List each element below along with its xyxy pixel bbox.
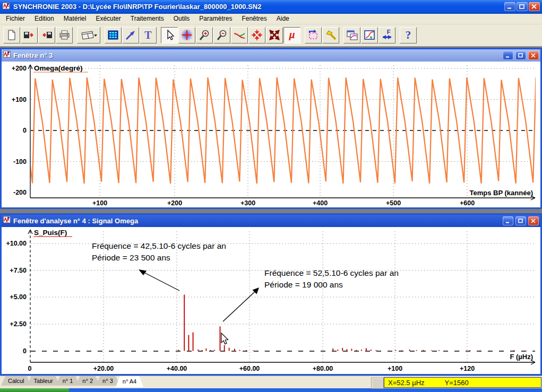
menu-item-executer[interactable]: Exécuter — [91, 14, 125, 23]
svg-text:+20.00: +20.00 — [93, 365, 114, 372]
menu-item-edition[interactable]: Edition — [30, 14, 59, 23]
svg-text:T: T — [144, 29, 152, 41]
svg-text:Période = 19 000 ans: Période = 19 000 ans — [264, 280, 343, 289]
toolbar-button-selection-rectangle[interactable] — [305, 27, 322, 43]
window4-close-button[interactable] — [528, 216, 539, 225]
maximize-button[interactable] — [517, 2, 528, 11]
menu-item-parametres[interactable]: Paramètres — [194, 14, 237, 23]
window4-icon — [3, 216, 11, 226]
window3-title-bar[interactable]: Fenêtre n° 3 — [2, 49, 540, 62]
help-icon: ? — [402, 29, 414, 41]
status-resize-gripper[interactable] — [371, 378, 384, 389]
chart1-xaxis-label: Temps BP (kannée) — [470, 189, 533, 197]
menu-item-traitements[interactable]: Traitements — [126, 14, 169, 23]
toolbar-button-new-file[interactable] — [3, 27, 20, 43]
svg-text:+80.00: +80.00 — [313, 365, 333, 372]
close-button[interactable] — [529, 2, 540, 11]
print-icon — [58, 29, 71, 41]
tab-n2[interactable]: n° 2 — [75, 376, 100, 386]
svg-text:+200: +200 — [167, 199, 182, 207]
minimize-button[interactable] — [504, 2, 515, 11]
svg-text:Période = 23 500 ans: Période = 23 500 ans — [92, 253, 170, 262]
tab-calcul[interactable]: Calcul — [1, 376, 31, 386]
svg-text:F: F — [387, 29, 391, 35]
menu-item-fichier[interactable]: Fichier — [1, 14, 30, 23]
annotation-arrow-1 — [142, 272, 179, 291]
hammer-icon — [324, 29, 337, 41]
svg-text:+60.00: +60.00 — [239, 365, 260, 372]
toolbar-button-center-view[interactable] — [248, 27, 265, 43]
window3-close-button[interactable] — [528, 51, 539, 60]
text-tool-icon: T — [142, 29, 154, 41]
curve-smooth-icon — [233, 29, 246, 41]
save-file-icon — [40, 29, 53, 41]
toolbar-button-delete-points[interactable] — [266, 27, 283, 43]
toolbar-button-data-table[interactable] — [105, 27, 122, 43]
chart2-grid — [31, 231, 536, 362]
toolbar-button-draw-arrow[interactable] — [122, 27, 139, 43]
toolbar-button-crosshair[interactable] — [178, 27, 195, 43]
mdi-area: Fenêtre n° 3 — [0, 47, 542, 376]
chart2-x-tick-labels: 0 +20.00 +40.00 +60.00 +80.00 +100 +120 — [28, 365, 475, 372]
draw-arrow-icon — [125, 29, 136, 41]
data-table-icon — [107, 29, 119, 41]
svg-text:+40.00: +40.00 — [167, 365, 187, 372]
menu-item-materiel[interactable]: Matériel — [59, 14, 91, 23]
chart1-plot-area[interactable]: Omega(degré) Temps BP (kannée) +200 +100… — [2, 62, 540, 207]
tab-tableur[interactable]: Tableur — [27, 376, 60, 386]
tab-n1[interactable]: n° 1 — [56, 376, 80, 386]
window3-title: Fenêtre n° 3 — [13, 51, 501, 59]
toolbar-button-text-tool[interactable]: T — [140, 27, 157, 43]
delete-points-icon — [268, 29, 281, 41]
menu-item-aide[interactable]: Aide — [272, 14, 294, 23]
annotation-peak-23500: Fréquence = 42,5.10-6 cycles par an Péri… — [92, 241, 226, 291]
svg-text:+100: +100 — [12, 96, 27, 103]
toolbar-button-simulation-hammer[interactable] — [322, 27, 339, 43]
center-view-icon — [251, 29, 263, 41]
window4-minimize-button[interactable] — [503, 216, 513, 225]
svg-text:+100: +100 — [92, 199, 107, 207]
main-title-bar: SYNCHRONIE 2003 - D:\Lycée Flo\INRP\TP F… — [0, 0, 542, 14]
toolbar-button-curve-smooth[interactable] — [231, 27, 248, 43]
svg-text:+10.00: +10.00 — [6, 240, 27, 247]
overlay-windows-icon — [346, 29, 358, 41]
svg-text:+400: +400 — [313, 199, 328, 207]
toolbar-button-graph-modify[interactable] — [361, 27, 378, 43]
tab-n3[interactable]: n° 3 — [96, 376, 120, 386]
menu-item-outils[interactable]: Outils — [169, 14, 195, 23]
svg-text:+2.50: +2.50 — [10, 320, 27, 328]
toolbar: T µ F ? — [0, 24, 542, 47]
window3-maximize-button[interactable] — [515, 51, 526, 60]
app-icon — [2, 2, 11, 12]
toolbar-button-help[interactable]: ? — [400, 27, 417, 43]
svg-text:+300: +300 — [240, 199, 255, 207]
chart2-plot-area[interactable]: S_Puis(F) F (µHz) +10.00 +7.50 +5.00 +2.… — [2, 227, 540, 374]
svg-text:0: 0 — [28, 365, 32, 372]
toolbar-button-open-file[interactable] — [21, 27, 38, 43]
svg-text:+200: +200 — [12, 65, 27, 72]
toolbar-button-print[interactable] — [56, 27, 73, 43]
bottom-tab-bar: Calcul Tableur n° 1 n° 2 n° 3 n° A4 X=52… — [0, 376, 542, 388]
toolbar-button-save-file[interactable] — [38, 27, 55, 43]
toolbar-button-overlay-windows[interactable] — [343, 27, 360, 43]
toolbar-button-window-layout[interactable] — [77, 27, 100, 43]
windows-taskbar — [0, 388, 542, 392]
mouse-cursor-icon — [221, 333, 228, 344]
taskbar-strip[interactable] — [69, 388, 542, 392]
toolbar-button-pointer-select[interactable] — [161, 27, 178, 43]
toolbar-button-mu-measure[interactable]: µ — [283, 27, 300, 43]
chart1-x-tick-labels: +100 +200 +300 +400 +500 +600 — [92, 199, 475, 207]
menu-item-fenetres[interactable]: Fenêtres — [237, 14, 271, 23]
tab-nA4[interactable]: n° A4 — [116, 376, 143, 387]
toolbar-button-zoom-out[interactable] — [213, 27, 230, 43]
svg-text:+500: +500 — [386, 199, 401, 207]
svg-text:Fréquence = 42,5.10-6 cycles p: Fréquence = 42,5.10-6 cycles par an — [92, 241, 226, 250]
window3-minimize-button[interactable] — [503, 51, 513, 60]
cursor-y-readout: Y=1560 — [445, 379, 469, 387]
start-button[interactable] — [0, 388, 69, 392]
chart1-y-tick-labels: +200 +100 0 -100 -200 — [12, 65, 27, 196]
window4-maximize-button[interactable] — [515, 216, 526, 225]
window4-title-bar[interactable]: Fenêtre d'analyse n° 4 : Signal Omega — [2, 215, 540, 227]
toolbar-button-zoom-in[interactable] — [196, 27, 213, 43]
toolbar-button-fourier-analysis[interactable]: F — [378, 27, 395, 43]
